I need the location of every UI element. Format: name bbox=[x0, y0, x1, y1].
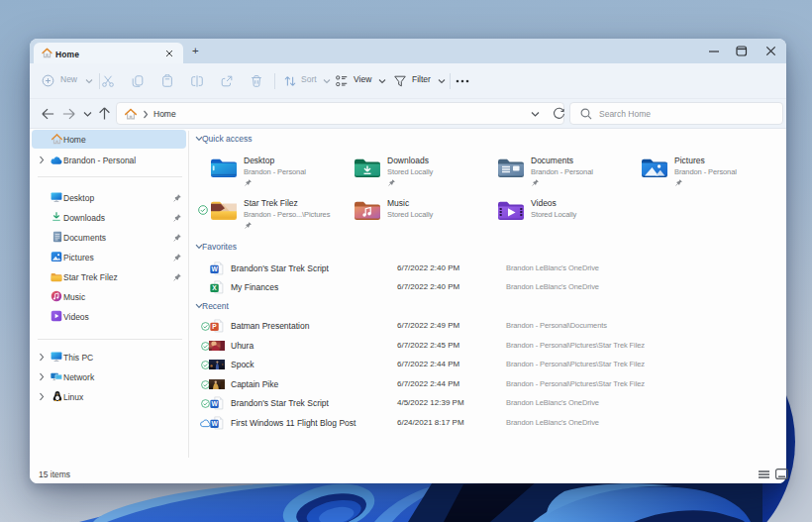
svg-text:X: X bbox=[212, 284, 217, 291]
svg-text:W: W bbox=[211, 420, 218, 427]
svg-text:P: P bbox=[212, 323, 217, 330]
svg-text:W: W bbox=[211, 265, 218, 272]
svg-text:W: W bbox=[211, 400, 218, 407]
